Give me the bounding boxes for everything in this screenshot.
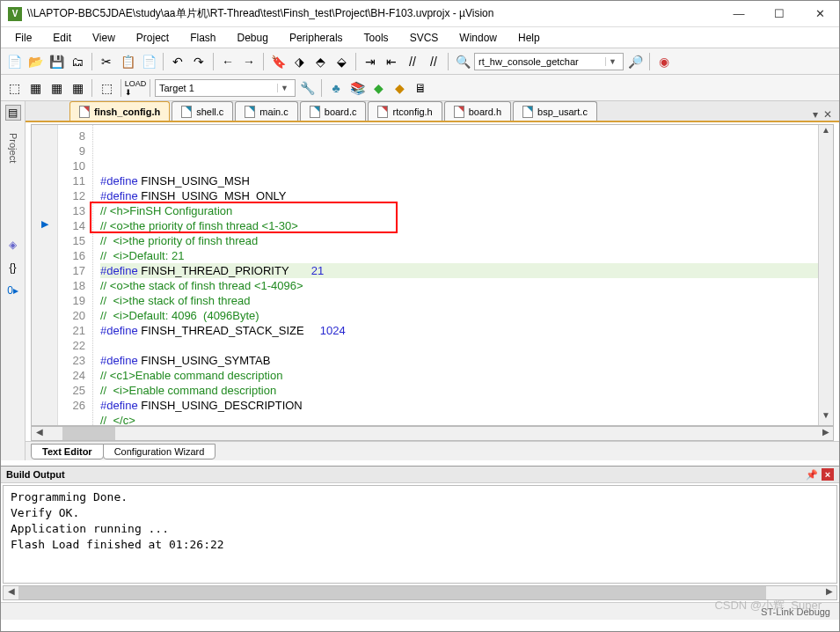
rebuild-icon[interactable]: ▦: [47, 78, 66, 98]
simulator-icon[interactable]: 🖥: [411, 78, 430, 98]
file-tab-board-h[interactable]: board.h: [444, 101, 511, 121]
bookmark-icon[interactable]: 🔖: [268, 52, 288, 71]
translate-icon[interactable]: ⬚: [4, 78, 24, 98]
panel-close-icon[interactable]: ×: [822, 468, 834, 481]
project-tab[interactable]: Project: [6, 128, 20, 168]
code-line-18[interactable]: #define FINSH_THREAD_STACK_SIZE 1024: [100, 323, 818, 338]
new-file-icon[interactable]: 📄: [4, 52, 24, 71]
manage-icon[interactable]: ♣: [326, 78, 346, 98]
file-tab-shell-c[interactable]: shell.c: [172, 101, 233, 121]
menu-tools[interactable]: Tools: [355, 29, 398, 47]
stop-build-icon[interactable]: ⬚: [97, 78, 116, 98]
paste-icon[interactable]: 📄: [139, 52, 158, 71]
vertical-scrollbar[interactable]: ▲ ▼: [818, 125, 833, 425]
build-output-text[interactable]: Programming Done. Verify OK. Application…: [3, 485, 837, 584]
copy-icon[interactable]: 📋: [118, 52, 137, 71]
functions-icon[interactable]: ◈: [5, 237, 21, 253]
scroll-thumb[interactable]: [62, 427, 115, 440]
code-line-24[interactable]: // </c>: [100, 413, 818, 426]
menu-flash[interactable]: Flash: [181, 29, 224, 47]
code-line-12[interactable]: // <i>the priority of finsh thread: [100, 233, 818, 248]
templates-icon[interactable]: {}: [5, 260, 21, 276]
find-next-icon[interactable]: 🔎: [625, 52, 645, 71]
scroll-right-icon[interactable]: ▶: [818, 427, 833, 440]
comment-icon[interactable]: //: [403, 52, 422, 71]
file-tab-finsh_config-h[interactable]: finsh_config.h: [69, 101, 170, 121]
menu-peripherals[interactable]: Peripherals: [281, 29, 352, 47]
target-select[interactable]: Target 1 ▼: [155, 79, 296, 97]
code-editor[interactable]: ▶ 891011121314151617181920212223242526 #…: [31, 124, 834, 426]
nav-back-icon[interactable]: ←: [218, 52, 237, 71]
save-all-icon[interactable]: 🗂: [68, 52, 87, 71]
save-icon[interactable]: 💾: [47, 52, 66, 71]
bookmark-prev-icon[interactable]: ⬗: [289, 52, 309, 71]
code-line-13[interactable]: // <i>Default: 21: [100, 248, 818, 263]
debug-icon[interactable]: ◉: [654, 52, 674, 71]
batch-build-icon[interactable]: ▦: [68, 78, 87, 98]
code-line-23[interactable]: #define FINSH_USING_DESCRIPTION: [100, 398, 818, 413]
file-tab-main-c[interactable]: main.c: [235, 101, 297, 121]
indent-icon[interactable]: ⇥: [361, 52, 380, 71]
code-line-9[interactable]: #define FINSH_USING_MSH_ONLY: [100, 188, 818, 203]
menu-file[interactable]: File: [6, 29, 40, 47]
code-line-20[interactable]: #define FINSH_USING_SYMTAB: [100, 353, 818, 368]
code-line-19[interactable]: [100, 338, 818, 353]
code-line-14[interactable]: #define FINSH_THREAD_PRIORITY 21: [100, 263, 818, 278]
scroll-up-icon[interactable]: ▲: [819, 125, 833, 140]
tab-menu-icon[interactable]: ▾: [813, 108, 818, 121]
minimize-button[interactable]: —: [727, 5, 751, 23]
close-button[interactable]: ✕: [807, 5, 832, 23]
books-side-icon[interactable]: 0▸: [5, 283, 21, 298]
pack-icon[interactable]: ◆: [369, 78, 388, 98]
scroll-thumb[interactable]: [18, 586, 766, 599]
books-icon[interactable]: 📚: [347, 78, 367, 98]
redo-icon[interactable]: ↷: [189, 52, 208, 71]
build-horizontal-scrollbar[interactable]: ◀ ▶: [3, 585, 837, 600]
code-line-15[interactable]: // <o>the stack of finsh thread <1-4096>: [100, 278, 818, 293]
code-line-16[interactable]: // <i>the stack of finsh thread: [100, 293, 818, 308]
code-line-22[interactable]: // <i>Enable command description: [100, 383, 818, 398]
horizontal-scrollbar[interactable]: ◀ ▶: [31, 426, 834, 441]
menu-window[interactable]: Window: [450, 29, 506, 47]
menu-help[interactable]: Help: [509, 29, 549, 47]
code-line-11[interactable]: // <o>the priority of finsh thread <1-30…: [100, 218, 818, 233]
code-line-17[interactable]: // <i>Default: 4096 (4096Byte): [100, 308, 818, 323]
file-tab-board-c[interactable]: board.c: [300, 101, 367, 121]
find-combo[interactable]: rt_hw_console_getchar ▼: [474, 53, 624, 70]
build-icon[interactable]: ▦: [26, 78, 45, 98]
find-icon[interactable]: 🔍: [453, 52, 472, 71]
menu-edit[interactable]: Edit: [44, 29, 80, 47]
scroll-track[interactable]: [819, 140, 833, 410]
menu-svcs[interactable]: SVCS: [401, 29, 448, 47]
code-content[interactable]: #define FINSH_USING_MSH#define FINSH_USI…: [93, 125, 818, 425]
tab-close-icon[interactable]: ✕: [823, 108, 832, 121]
code-line-10[interactable]: // <h>FinSH Configuration: [100, 203, 818, 218]
outdent-icon[interactable]: ⇤: [382, 52, 401, 71]
undo-icon[interactable]: ↶: [168, 52, 187, 71]
pin-icon[interactable]: 📌: [806, 468, 818, 481]
project-view-icon[interactable]: ▤: [5, 105, 21, 121]
open-file-icon[interactable]: 📂: [26, 52, 45, 71]
code-line-8[interactable]: #define FINSH_USING_MSH: [100, 173, 818, 188]
nav-fwd-icon[interactable]: →: [239, 52, 259, 71]
editor-tab-configuration-wizard[interactable]: Configuration Wizard: [103, 444, 216, 459]
maximize-button[interactable]: ☐: [767, 5, 792, 23]
bookmark-clear-icon[interactable]: ⬙: [332, 52, 351, 71]
uncomment-icon[interactable]: //: [424, 52, 443, 71]
bookmark-next-icon[interactable]: ⬘: [310, 52, 330, 71]
options-icon[interactable]: 🔧: [297, 78, 317, 98]
scroll-down-icon[interactable]: ▼: [819, 410, 833, 425]
menu-debug[interactable]: Debug: [229, 29, 277, 47]
menu-project[interactable]: Project: [128, 29, 178, 47]
scroll-left-icon[interactable]: ◀: [32, 427, 47, 440]
code-line-21[interactable]: // <c1>Enable command description: [100, 368, 818, 383]
editor-tab-text-editor[interactable]: Text Editor: [31, 444, 104, 459]
download-icon[interactable]: LOAD⬇: [126, 78, 145, 98]
cut-icon[interactable]: ✂: [97, 52, 116, 71]
scroll-right-icon[interactable]: ▶: [822, 586, 836, 599]
scroll-left-icon[interactable]: ◀: [4, 586, 18, 599]
file-tab-bsp_usart-c[interactable]: bsp_usart.c: [513, 101, 597, 121]
menu-view[interactable]: View: [84, 29, 124, 47]
file-tab-rtconfig-h[interactable]: rtconfig.h: [368, 101, 442, 121]
rte-icon[interactable]: ◆: [390, 78, 409, 98]
